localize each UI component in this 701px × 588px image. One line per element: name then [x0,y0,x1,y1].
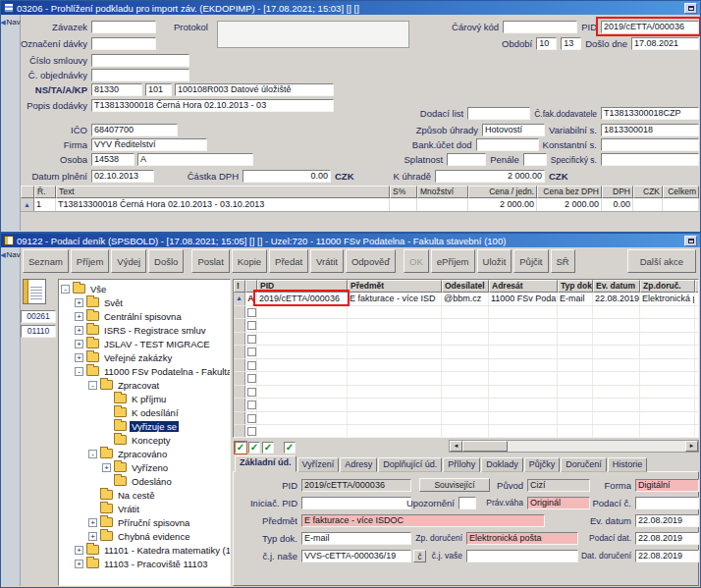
toolbar-button-poslat[interactable]: Poslat [191,249,229,273]
osoba-field-1[interactable]: 14538 [91,153,135,166]
tree-item-k-odes-l-n[interactable]: K odesílání [59,405,230,419]
tab-p-lohy[interactable]: Přílohy [443,457,480,472]
tab-z-kladn-d[interactable]: Základní úd. [235,455,297,472]
dat-doruceni-field[interactable]: 22.08.2019 [635,550,699,562]
grid-row[interactable]: ▲A2019/cETTA/000036E fakturace - více IS… [234,293,698,306]
tree-item-isrs-registrace-smluv[interactable]: +ISRS - Registrace smluv [59,323,230,337]
tree-item-k-p-jmu[interactable]: K příjmu [59,392,230,405]
penale-field[interactable] [523,153,547,166]
grid-header-cell[interactable]: Ev. datum [593,280,640,293]
tree-item-koncepty[interactable]: Koncepty [59,433,230,447]
toolbar-button-kopie[interactable]: Kopie [232,249,267,273]
datum-plneni-field[interactable]: 02.10.2013 [91,170,154,183]
tree-item-chybn-evidence[interactable]: +Chybná evidence [59,529,230,543]
table-header-cell[interactable]: Text [56,186,390,198]
toolbar-button-p-jem[interactable]: Příjem [71,249,109,273]
tree-expander-icon[interactable]: + [102,463,111,472]
horizontal-scrollbar[interactable]: ◄ ► [449,440,699,453]
table-header-cell[interactable]: Množství [417,186,468,198]
tab-doklady[interactable]: Doklady [481,457,523,472]
node-code-1[interactable]: 00261 [21,310,56,323]
tree-item-p-ru-n-spisovna[interactable]: +Příruční spisovna [59,515,230,529]
scroll-left-button[interactable]: ◄ [450,441,462,452]
tree-expander-icon[interactable]: - [75,367,83,376]
row-checkbox[interactable] [247,401,256,409]
ta-field[interactable]: 101 [145,83,172,96]
zp-doruceni-field[interactable]: Elektronická pošta [466,532,578,545]
grid-empty-row[interactable] [234,372,698,386]
lines-table-row[interactable]: ▲1T13813300018 Černá Hora 02.10.2013 - 0… [21,198,699,212]
tree-expander-icon[interactable]: + [75,340,83,348]
toolbar-button-ok[interactable]: OK [404,249,429,273]
tree-item-11101-katedra-matematiky-101[interactable]: +11101 - Katedra matematiky (101 [59,543,230,557]
tab-p-j-ky[interactable]: Půjčky [524,457,561,472]
journal-icon[interactable] [23,279,46,304]
table-header-cell[interactable]: Ř. [34,186,56,198]
carovy-kod-field[interactable] [503,21,577,33]
tree-item-jslav-test-migrace[interactable]: +JSLAV - TEST MIGRACE [59,337,230,350]
scrollbar-track[interactable] [508,441,685,452]
castka-dph-field[interactable]: 0.00 [243,170,331,183]
cj-vase-field[interactable] [466,550,578,562]
tree-expander-icon[interactable]: + [75,353,83,362]
cj-nase-field[interactable]: VVS-cETTA-000036/19 [301,550,411,562]
select-checkbox[interactable]: ✓ [262,442,274,454]
nav-panel[interactable]: ◀ Nav [1,247,21,586]
obdobi-field-2[interactable]: 13 [561,37,581,50]
tree-expander-icon[interactable]: - [88,450,97,458]
tree-expander-icon[interactable]: + [88,532,97,541]
row-checkbox[interactable] [247,361,256,370]
akp-field[interactable]: 100108R003 Datové úložiště [175,83,334,96]
restore-button[interactable] [684,236,697,246]
ev-datum-field[interactable]: 22.08.2019 [635,514,699,527]
tree-expander-icon[interactable]: + [75,560,83,568]
row-checkbox[interactable] [247,374,256,383]
popis-dodavky-field[interactable]: T13813300018 Černá Hora 02.10.2013 - 03 [91,99,334,112]
table-header-cell[interactable] [21,186,34,198]
cfak-dodavatele-field[interactable]: T13813300018CZP [601,107,699,120]
toolbar-button-ulo-it[interactable]: Uložit [477,249,512,273]
toolbar-button-ep-jem[interactable]: ePříjem [431,249,475,273]
variabilni-s-field[interactable]: 1813300018 [601,124,699,136]
upozorneni-field[interactable] [458,497,476,509]
row-checkbox[interactable] [247,335,256,344]
grid-empty-row[interactable] [234,399,698,412]
oznaceni-davky-field[interactable] [91,37,156,50]
grid-empty-row[interactable] [234,306,698,320]
grid-header-cell[interactable]: Typ dok. [558,280,593,293]
tree-expander-icon[interactable]: + [75,546,83,555]
table-header-cell[interactable]: CZK [633,186,663,198]
toolbar-button-vr-tit[interactable]: Vrátit [310,249,344,273]
grid-empty-row[interactable] [234,333,698,347]
podaci-c-field[interactable] [635,497,699,509]
grid-empty-row[interactable] [234,412,698,426]
node-code-2[interactable]: 01110 [21,325,56,338]
tree-item-11103-pracovi-t-11103[interactable]: +11103 - Pracoviště 11103 [59,557,230,570]
scrollbar-thumb[interactable] [462,441,508,452]
cj-nase-lookup-button[interactable]: č [413,550,426,562]
tab-doru-en[interactable]: Doručení [561,457,607,472]
table-header-cell[interactable]: Cena bez DPH [537,186,602,198]
tree-item-ve-ejn-zak-zky[interactable]: +Veřejné zakázky [59,350,230,364]
titlebar[interactable]: 09122 - Podací deník (SPSBOLD) - [17.08.… [1,234,700,247]
toolbar-button-odpov[interactable]: Odpověď [346,249,396,273]
toolbar-button-p-j-it[interactable]: Půjčit [513,249,548,273]
tree-item-vr-tit[interactable]: Vrátit [59,502,230,515]
pid-field[interactable]: 2019/cETTA/000036 [601,21,699,33]
tree-expander-icon[interactable]: + [88,518,97,527]
tab-vy-zen[interactable]: Vyřízení [297,457,340,472]
obdobi-field-1[interactable]: 10 [536,37,557,50]
tree-expander-icon[interactable]: - [88,381,97,390]
table-header-cell[interactable]: DPH [602,186,633,198]
row-checkbox[interactable] [247,414,256,423]
grid-header-cell[interactable]: Odesílatel [442,280,489,293]
row-checkbox[interactable] [247,388,256,397]
grid-empty-row[interactable] [234,359,698,373]
toolbar-button-s[interactable]: SŘ [551,249,575,273]
cislo-smlouvy-field[interactable] [91,54,189,67]
grid-empty-row[interactable] [234,319,698,333]
grid-header-cell[interactable] [245,280,257,293]
toolbar-button-dal-akce[interactable]: Další akce [627,249,696,273]
zavazek-field[interactable] [91,21,156,33]
select-checkbox[interactable]: ✓ [235,442,246,454]
